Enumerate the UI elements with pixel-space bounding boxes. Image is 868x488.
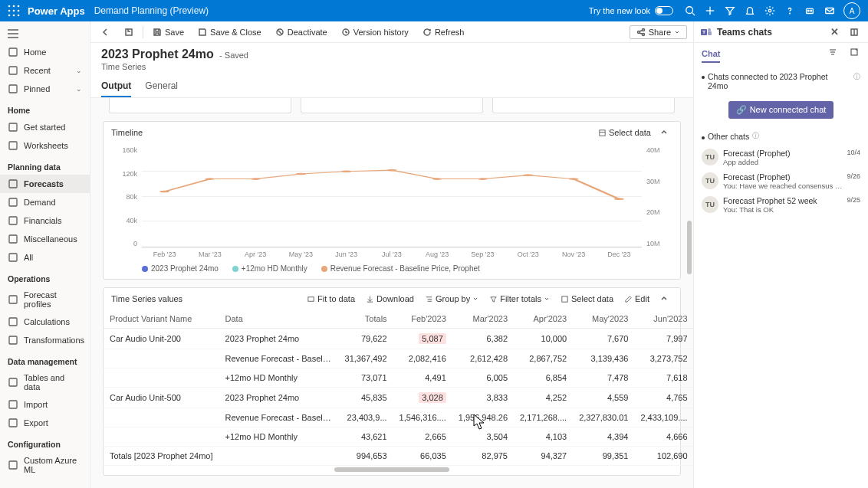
- sidebar-toggle-icon[interactable]: [0, 26, 90, 43]
- info-icon[interactable]: ⓘ: [752, 131, 759, 141]
- collapse-icon[interactable]: [656, 127, 672, 138]
- column-header[interactable]: Data: [219, 310, 339, 329]
- chat-item[interactable]: TU Forecast (Prophet) App added 10/4: [702, 146, 860, 169]
- settings-icon[interactable]: [761, 2, 779, 20]
- bell-icon[interactable]: [741, 2, 759, 20]
- table-cell[interactable]: 5,087: [393, 329, 452, 349]
- table-row[interactable]: +12mo HD Monthly43,6212,6653,5044,1034,3…: [104, 427, 693, 447]
- column-header[interactable]: May'2023: [573, 310, 634, 329]
- table-cell[interactable]: [219, 447, 339, 466]
- sidebar-item-all[interactable]: All: [0, 248, 90, 267]
- table-cell[interactable]: 2,433,109....: [634, 408, 693, 427]
- table-cell[interactable]: 2,082,416: [393, 349, 452, 368]
- table-cell[interactable]: 4,559: [573, 388, 634, 408]
- table-cell[interactable]: 23,403,9...: [339, 408, 393, 427]
- table-cell[interactable]: 4,252: [514, 388, 573, 408]
- back-button[interactable]: [97, 25, 115, 39]
- table-cell[interactable]: 2,665: [393, 427, 452, 447]
- chat-item[interactable]: TU Forecast Prophet 52 week You: That is…: [702, 193, 860, 217]
- chat-item[interactable]: TU Forecast (Prophet) You: Have we reach…: [702, 169, 860, 193]
- table-cell[interactable]: 43,621: [339, 427, 393, 447]
- sidebar-item-get-started[interactable]: Get started: [0, 118, 90, 136]
- expand-icon[interactable]: [847, 26, 862, 38]
- column-header[interactable]: Product Variant Name: [104, 310, 219, 329]
- table-row[interactable]: Totals [2023 Prophet 24mo]994,65366,0358…: [104, 447, 693, 466]
- table-cell[interactable]: 2,171,268....: [514, 408, 573, 427]
- sidebar-item-export[interactable]: Export: [0, 414, 90, 432]
- table-cell[interactable]: 6,854: [514, 368, 573, 388]
- select-data-button[interactable]: Select data: [593, 126, 656, 139]
- table-cell[interactable]: Revenue Forecast - Baseline Price, P...: [219, 408, 339, 427]
- user-avatar[interactable]: A: [843, 2, 860, 19]
- table-cell[interactable]: Revenue Forecast - Baseline Price, P...: [219, 349, 339, 368]
- table-cell[interactable]: 79,622: [339, 329, 393, 349]
- share-button[interactable]: Share: [630, 25, 687, 39]
- column-header[interactable]: Mar'2023: [452, 310, 514, 329]
- table-cell[interactable]: [104, 368, 219, 388]
- table-cell[interactable]: 4,491: [393, 368, 452, 388]
- table-cell[interactable]: 82,975: [452, 447, 514, 466]
- table-cell[interactable]: 4,394: [573, 427, 634, 447]
- collapse-icon[interactable]: [656, 293, 672, 304]
- sidebar-item-forecast-profiles[interactable]: Forecast profiles: [0, 287, 90, 313]
- table-cell[interactable]: 7,478: [573, 368, 634, 388]
- sidebar-item-custom-azure-ml[interactable]: Custom Azure ML: [0, 452, 90, 478]
- table-cell[interactable]: 73,071: [339, 368, 393, 388]
- try-new-look-toggle[interactable]: [655, 6, 673, 15]
- sidebar-item-calculations[interactable]: Calculations: [0, 313, 90, 331]
- table-row[interactable]: +12mo HD Monthly73,0714,4916,0056,8547,4…: [104, 368, 693, 388]
- table-cell[interactable]: 66,035: [393, 447, 452, 466]
- table-cell[interactable]: 2023 Prophet 24mo: [219, 329, 339, 349]
- table-cell[interactable]: Totals [2023 Prophet 24mo]: [104, 447, 219, 466]
- table-row[interactable]: Revenue Forecast - Baseline Price, P...2…: [104, 408, 693, 427]
- table-cell[interactable]: 1,546,316....: [393, 408, 452, 427]
- save-button[interactable]: Save: [148, 25, 189, 39]
- table-cell[interactable]: 102,690: [634, 447, 693, 466]
- table-row[interactable]: Car Audio Unit-2002023 Prophet 24mo79,62…: [104, 329, 693, 349]
- table-cell[interactable]: 7,670: [573, 329, 634, 349]
- assistant-icon[interactable]: [801, 2, 819, 20]
- table-cell[interactable]: +12mo HD Monthly: [219, 368, 339, 388]
- sidebar-item-worksheets[interactable]: Worksheets: [0, 136, 90, 155]
- new-connected-chat-button[interactable]: 🔗New connected chat: [728, 101, 834, 119]
- sidebar-item-transformations[interactable]: Transformations: [0, 331, 90, 349]
- table-cell[interactable]: +12mo HD Monthly: [219, 427, 339, 447]
- table-cell[interactable]: 2,327,830.01: [573, 408, 634, 427]
- popout-button[interactable]: [120, 25, 138, 39]
- refresh-button[interactable]: Refresh: [418, 25, 469, 39]
- table-cell[interactable]: 45,835: [339, 388, 393, 408]
- table-select-data-button[interactable]: Select data: [556, 293, 618, 305]
- table-row[interactable]: Revenue Forecast - Baseline Price, P...3…: [104, 349, 693, 368]
- table-cell[interactable]: 4,765: [634, 388, 693, 408]
- sidebar-item-import[interactable]: Import: [0, 395, 90, 414]
- sidebar-item-financials[interactable]: Financials: [0, 211, 90, 230]
- edit-button[interactable]: Edit: [620, 293, 654, 305]
- table-cell[interactable]: [104, 427, 219, 447]
- table-cell[interactable]: 6,005: [452, 368, 514, 388]
- filter-totals-button[interactable]: Filter totals: [485, 293, 554, 305]
- new-chat-icon[interactable]: [848, 46, 860, 63]
- table-cell[interactable]: 10,000: [514, 329, 573, 349]
- help-icon[interactable]: [781, 2, 799, 20]
- app-launcher-icon[interactable]: [8, 5, 20, 17]
- info-icon[interactable]: ⓘ: [853, 72, 860, 82]
- sidebar-item-tables-and-data[interactable]: Tables and data: [0, 369, 90, 395]
- version-history-button[interactable]: Version history: [337, 25, 413, 39]
- sidebar-item-pinned[interactable]: Pinned ⌄: [0, 80, 90, 98]
- sidebar-item-forecasts[interactable]: Forecasts: [0, 175, 90, 193]
- sidebar-item-home[interactable]: Home: [0, 43, 90, 61]
- table-cell[interactable]: 3,139,436: [573, 349, 634, 368]
- table-cell[interactable]: Car Audio Unit-500: [104, 388, 219, 408]
- add-icon[interactable]: [701, 2, 719, 20]
- data-grid[interactable]: Product Variant NameDataTotalsFeb'2023Ma…: [104, 310, 693, 466]
- table-row[interactable]: Car Audio Unit-5002023 Prophet 24mo45,83…: [104, 388, 693, 408]
- table-cell[interactable]: 1,956,948.26: [452, 408, 514, 427]
- table-cell[interactable]: 94,327: [514, 447, 573, 466]
- table-cell[interactable]: 4,103: [514, 427, 573, 447]
- table-cell[interactable]: 7,618: [634, 368, 693, 388]
- sidebar-item-miscellaneous[interactable]: Miscellaneous: [0, 230, 90, 248]
- table-cell[interactable]: 31,367,492: [339, 349, 393, 368]
- column-header[interactable]: Jun'2023: [634, 310, 693, 329]
- table-cell[interactable]: 2,612,428: [452, 349, 514, 368]
- table-cell[interactable]: 99,351: [573, 447, 634, 466]
